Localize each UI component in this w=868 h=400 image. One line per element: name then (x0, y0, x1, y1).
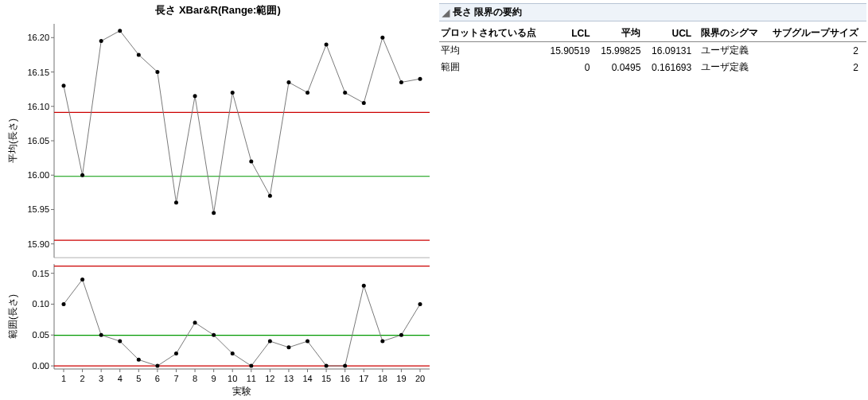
svg-text:13: 13 (284, 374, 294, 383)
svg-text:0.15: 0.15 (33, 269, 49, 278)
svg-point-24 (174, 200, 178, 204)
row-label: 範囲 (439, 59, 547, 76)
summary-table: プロットされている点 LCL 平均 UCL 限界のシグマ サブグループサイズ 平… (439, 25, 866, 76)
app-root: 長さ XBar&R(Range:範囲) 15.9015.9516.0016.05… (0, 0, 868, 400)
col-ucl: UCL (648, 25, 699, 42)
svg-text:12: 12 (265, 374, 274, 383)
svg-text:0.10: 0.10 (33, 299, 49, 309)
svg-point-27 (231, 91, 235, 95)
svg-point-29 (268, 194, 272, 198)
svg-point-57 (174, 351, 178, 355)
svg-point-36 (399, 80, 403, 84)
svg-text:2: 2 (80, 374, 85, 383)
col-lcl: LCL (547, 25, 598, 42)
svg-point-28 (249, 159, 253, 163)
row-ucl: 0.161693 (648, 59, 699, 76)
summary-panel: ◢ 長さ 限界の要約 プロットされている点 LCL 平均 UCL 限界のシグマ … (436, 0, 868, 400)
svg-text:19: 19 (396, 374, 406, 383)
col-points: プロットされている点 (439, 25, 547, 42)
svg-text:16.20: 16.20 (27, 33, 49, 42)
chart-panel: 長さ XBar&R(Range:範囲) 15.9015.9516.0016.05… (0, 0, 436, 400)
svg-point-22 (137, 52, 141, 56)
svg-point-19 (80, 173, 84, 177)
svg-text:6: 6 (155, 374, 160, 383)
svg-point-62 (268, 340, 272, 344)
svg-text:8: 8 (193, 374, 197, 383)
svg-text:16.05: 16.05 (27, 136, 49, 146)
svg-point-26 (212, 211, 216, 215)
svg-point-35 (380, 36, 384, 40)
table-row: 範囲 0 0.0495 0.161693 ユーザ定義 2 (439, 59, 866, 76)
svg-text:7: 7 (173, 374, 178, 383)
svg-text:10: 10 (228, 374, 237, 383)
svg-point-69 (399, 333, 403, 337)
svg-point-33 (343, 91, 347, 95)
row-mean: 0.0495 (598, 59, 649, 76)
chart-svg-wrap: 15.9015.9516.0016.0516.1016.1516.20平均(長さ… (0, 17, 436, 400)
summary-header[interactable]: ◢ 長さ 限界の要約 (439, 3, 866, 21)
svg-text:11: 11 (247, 374, 256, 383)
svg-text:20: 20 (415, 374, 425, 383)
svg-text:15.90: 15.90 (27, 239, 49, 249)
svg-point-59 (212, 333, 216, 337)
svg-text:0.00: 0.00 (33, 361, 49, 371)
svg-point-55 (137, 358, 141, 362)
svg-text:9: 9 (212, 374, 216, 383)
svg-point-68 (380, 340, 384, 344)
svg-point-58 (193, 320, 197, 324)
svg-text:15.95: 15.95 (27, 204, 49, 214)
svg-text:15: 15 (321, 374, 331, 383)
svg-text:実験: 実験 (232, 386, 251, 397)
summary-title: 長さ 限界の要約 (453, 6, 522, 19)
svg-text:16.15: 16.15 (27, 68, 49, 77)
svg-point-21 (118, 29, 122, 33)
svg-point-67 (362, 284, 366, 288)
svg-text:平均(長さ): 平均(長さ) (7, 118, 18, 163)
svg-text:0.05: 0.05 (33, 330, 49, 340)
control-chart[interactable]: 15.9015.9516.0016.0516.1016.1516.20平均(長さ… (0, 17, 436, 400)
svg-point-23 (155, 70, 159, 74)
svg-point-30 (286, 80, 290, 84)
svg-text:18: 18 (378, 374, 387, 383)
svg-text:16.00: 16.00 (27, 170, 49, 180)
svg-point-66 (343, 364, 347, 368)
svg-point-18 (62, 83, 66, 87)
svg-point-53 (99, 333, 103, 337)
svg-point-34 (362, 101, 366, 105)
table-row: 平均 15.90519 15.99825 16.09131 ユーザ定義 2 (439, 42, 866, 60)
row-ucl: 16.09131 (648, 42, 699, 60)
svg-text:14: 14 (302, 374, 312, 383)
svg-text:16.10: 16.10 (27, 102, 49, 111)
svg-text:4: 4 (118, 374, 123, 383)
svg-point-37 (418, 77, 422, 81)
table-header-row: プロットされている点 LCL 平均 UCL 限界のシグマ サブグループサイズ (439, 25, 866, 42)
row-mean: 15.99825 (598, 42, 649, 60)
svg-text:3: 3 (99, 374, 103, 383)
disclosure-triangle-icon[interactable]: ◢ (442, 7, 450, 18)
chart-title: 長さ XBar&R(Range:範囲) (0, 0, 436, 17)
row-lcl: 15.90519 (547, 42, 598, 60)
svg-text:1: 1 (61, 374, 66, 383)
svg-point-65 (325, 364, 329, 368)
svg-point-20 (99, 39, 103, 43)
row-sigma: ユーザ定義 (699, 59, 768, 76)
col-n: サブグループサイズ (769, 25, 866, 42)
svg-text:17: 17 (359, 374, 368, 383)
svg-point-64 (306, 340, 309, 344)
svg-point-54 (118, 340, 122, 344)
row-n: 2 (769, 42, 866, 60)
row-sigma: ユーザ定義 (699, 42, 768, 60)
svg-point-32 (325, 42, 329, 46)
svg-text:5: 5 (136, 374, 141, 383)
svg-point-52 (80, 278, 84, 282)
svg-point-70 (418, 302, 422, 306)
svg-point-61 (249, 364, 253, 368)
row-lcl: 0 (547, 59, 598, 76)
svg-point-56 (155, 364, 159, 368)
row-label: 平均 (439, 42, 547, 60)
svg-point-25 (193, 94, 197, 98)
row-n: 2 (769, 59, 866, 76)
svg-text:範囲(長さ): 範囲(長さ) (7, 294, 18, 339)
svg-point-63 (286, 345, 290, 349)
svg-point-51 (62, 302, 66, 306)
